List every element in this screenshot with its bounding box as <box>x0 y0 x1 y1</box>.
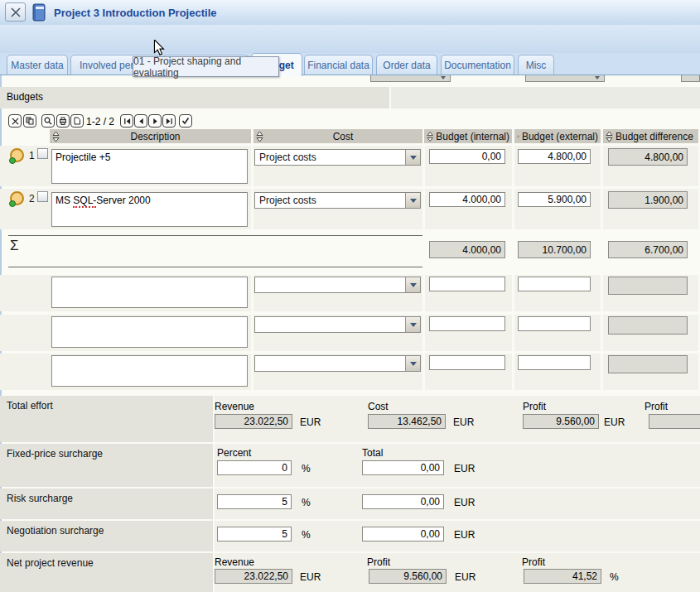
budget-external-input[interactable] <box>518 149 591 164</box>
summary-row-net-project-revenue: Net project revenue Revenue EUR Profit E… <box>0 553 700 592</box>
budget-internal-input[interactable] <box>429 192 505 207</box>
cost-select[interactable] <box>254 316 421 333</box>
column-label: Description <box>62 131 249 142</box>
budget-internal-input[interactable] <box>429 316 505 331</box>
document-link-icon[interactable] <box>10 148 24 162</box>
nav-next-button[interactable] <box>148 114 162 128</box>
dropdown-button[interactable] <box>405 277 420 292</box>
budget-external-input[interactable] <box>518 355 591 370</box>
nav-next-icon <box>152 118 159 125</box>
summary-row-label: Negotiation surcharge <box>0 521 213 551</box>
sort-icon[interactable] <box>606 131 613 142</box>
total-input[interactable] <box>362 460 444 475</box>
percent-input[interactable] <box>217 527 292 541</box>
dropdown-button[interactable] <box>405 356 420 371</box>
percent-input[interactable] <box>217 494 292 509</box>
field-label: Profit <box>523 401 546 412</box>
grid-search-button[interactable] <box>41 114 55 128</box>
budget-difference-field <box>608 355 688 373</box>
summary-row-label: Total effort <box>0 396 213 442</box>
dropdown-button[interactable] <box>405 150 420 165</box>
clipped-select[interactable] <box>525 75 605 82</box>
section-title: Budgets <box>7 91 43 103</box>
profit-field <box>523 414 599 429</box>
grid-new-page-button[interactable] <box>70 114 84 128</box>
close-icon <box>11 7 21 17</box>
row-checkbox[interactable] <box>37 191 48 202</box>
pagination-label: 1-2 / 2 <box>86 116 114 128</box>
nav-prev-button[interactable] <box>134 114 147 128</box>
grid-check-icon <box>181 117 190 125</box>
grid-copy-button[interactable] <box>23 114 36 128</box>
tooltip: 01 - Project shaping and evaluating <box>133 56 279 77</box>
unit-label: % <box>610 571 619 583</box>
summary-row-negotiation-surcharge: Negotiation surcharge % EUR <box>0 521 700 551</box>
cost-select[interactable]: Project costs <box>254 192 421 209</box>
cost-select[interactable] <box>254 277 421 293</box>
budget-external-input[interactable] <box>518 316 591 331</box>
total-input[interactable] <box>362 527 444 541</box>
select-value: Project costs <box>255 152 405 163</box>
tab-order-data[interactable]: Order data <box>376 55 437 75</box>
total-input[interactable] <box>362 494 444 509</box>
budget-internal-input[interactable] <box>429 149 505 164</box>
document-link-icon[interactable] <box>10 191 24 205</box>
description-input[interactable]: MS SQL-Server 2000 <box>51 192 248 227</box>
tab-bottom-line <box>0 75 700 75</box>
grid-print-button[interactable] <box>56 114 70 128</box>
budget-difference-field <box>608 191 688 209</box>
description-input[interactable] <box>51 277 248 308</box>
unit-label: EUR <box>300 416 321 428</box>
dropdown-button[interactable] <box>405 317 420 332</box>
budget-internal-input[interactable] <box>429 277 505 291</box>
budget-external-input[interactable] <box>518 192 591 207</box>
sum-budget-internal <box>429 241 505 258</box>
summary-row-label: Net project revenue <box>0 553 213 592</box>
column-header-budget-internal: Budget (internal) <box>424 129 512 143</box>
tab-financial-data[interactable]: Financial data <box>304 55 373 75</box>
sort-icon[interactable] <box>517 131 519 142</box>
sum-rule <box>8 267 422 267</box>
clipped-select[interactable] <box>681 75 700 82</box>
nav-last-button[interactable] <box>162 114 176 128</box>
unit-label: EUR <box>454 497 475 508</box>
unit-label: EUR <box>604 416 625 428</box>
dropdown-button[interactable] <box>405 193 420 208</box>
cost-select[interactable]: Project costs <box>254 149 421 166</box>
status-dot <box>9 200 16 207</box>
cost-select[interactable] <box>254 355 421 372</box>
nav-first-icon <box>123 118 131 125</box>
summary-row-risk-surcharge: Risk surcharge % EUR <box>0 489 700 519</box>
sort-icon[interactable] <box>256 131 263 142</box>
unit-label: EUR <box>300 571 321 583</box>
column-label: Budget (external) <box>522 131 598 142</box>
description-input[interactable] <box>51 355 248 387</box>
tab-misc[interactable]: Misc <box>518 55 554 75</box>
sort-icon[interactable] <box>52 131 60 142</box>
grid-close-button[interactable] <box>8 114 22 128</box>
nav-first-button[interactable] <box>120 114 133 128</box>
unit-label: % <box>302 463 311 474</box>
description-input[interactable]: Projectile +5 <box>51 149 248 184</box>
budget-internal-input[interactable] <box>429 355 505 370</box>
tab-master-data[interactable]: Master data <box>7 55 68 75</box>
description-input[interactable] <box>51 316 248 348</box>
column-header-budget-external: Budget (external) <box>514 129 601 143</box>
percent-input[interactable] <box>217 460 292 475</box>
budget-external-input[interactable] <box>518 277 591 291</box>
chevron-down-icon <box>410 362 417 366</box>
summary-row-fixed-price-surcharge: Fixed-price surcharge Percent % Total EU… <box>0 444 700 487</box>
section-header-bg <box>391 87 700 108</box>
row-number: 1 <box>29 150 35 161</box>
grid-confirm-button[interactable] <box>179 114 192 128</box>
dropdown-icon <box>441 76 446 79</box>
grid-close-icon <box>12 118 19 125</box>
close-button[interactable] <box>5 2 26 22</box>
tab-documentation[interactable]: Documentation <box>441 55 514 75</box>
clipped-select[interactable] <box>370 75 451 82</box>
sort-icon[interactable] <box>427 131 433 142</box>
sum-budget-external <box>518 241 591 258</box>
row-checkbox[interactable] <box>37 148 48 159</box>
field-label: Percent <box>217 447 251 459</box>
budget-difference-field <box>608 316 688 335</box>
